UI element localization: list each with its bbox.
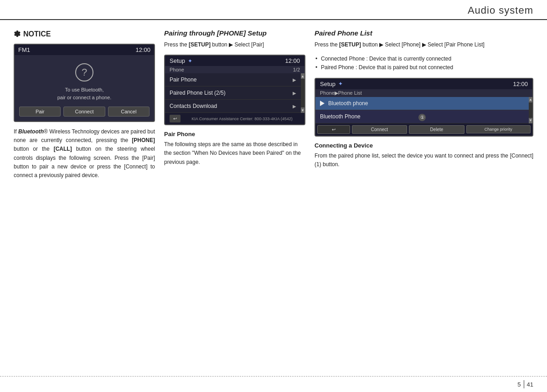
phonelist-label: Setup bbox=[320, 81, 335, 87]
arrow-icon-2: ▶ bbox=[293, 104, 296, 109]
pair-phone-text: The following steps are the same as thos… bbox=[164, 140, 305, 167]
paired-phone-list-text: Press the [SETUP] button ▶ Select [Phone… bbox=[315, 41, 533, 49]
connect-button[interactable]: Connect bbox=[63, 107, 105, 117]
scroll-down-button[interactable]: ▼ bbox=[301, 107, 304, 113]
pairing-section: Pairing through [PHONE] Setup Press the … bbox=[164, 29, 305, 180]
connecting-device-text: From the paired phone list, select the d… bbox=[315, 152, 533, 169]
setup-menu-list: Pair Phone ▶ Paired Phone List (2/5) ▶ C… bbox=[165, 73, 301, 113]
setup-footer: ↩ KIA Consumer Assistance Center: 800-33… bbox=[165, 113, 304, 124]
bluetooth-icon-2: ✦ bbox=[338, 81, 343, 87]
setup-menu-area: Pair Phone ▶ Paired Phone List (2/5) ▶ C… bbox=[165, 73, 304, 113]
notice-body-text: If Bluetooth® Wireless Technology device… bbox=[14, 127, 155, 180]
setup-phone-label: Phone bbox=[170, 67, 184, 72]
fm-screen: FM1 12:00 ? To use Bluetooth, pair or co… bbox=[14, 44, 155, 122]
fm-screen-text: To use Bluetooth, pair or connect a phon… bbox=[57, 86, 112, 101]
fm-label: FM1 bbox=[18, 46, 30, 53]
setup-page-number: 1/2 bbox=[293, 67, 300, 72]
bullet-item-paired: Paired Phone : Device that is paired but… bbox=[315, 63, 533, 72]
pairing-section-text: Press the [SETUP] button ▶ Select [Pair] bbox=[164, 41, 305, 49]
setup-menu-item-pair[interactable]: Pair Phone ▶ bbox=[165, 73, 301, 87]
notice-star: ✽ bbox=[14, 29, 21, 39]
phonelist-header: Setup ✦ 12:00 bbox=[315, 79, 532, 89]
bullet-list: Connected Phone : Device that is current… bbox=[315, 55, 533, 72]
setup-sub-header: Phone 1/2 bbox=[165, 66, 304, 73]
phonelist-item-1[interactable]: Bluetooth Phone ① bbox=[315, 110, 529, 123]
phonelist-screen: Setup ✦ 12:00 Phone▶Phone List Bluetooth… bbox=[315, 78, 533, 137]
pairing-section-title: Pairing through [PHONE] Setup bbox=[164, 29, 305, 37]
back-button[interactable]: ↩ bbox=[170, 115, 181, 122]
setup-menu-item-paired-list[interactable]: Paired Phone List (2/5) ▶ bbox=[165, 87, 301, 100]
scrollbar[interactable]: ▲ ▼ bbox=[301, 73, 304, 113]
pair-phone-title: Pair Phone bbox=[164, 131, 305, 137]
page-title: Audio system bbox=[468, 5, 533, 16]
phonelist-item-0[interactable]: Bluetooth phone bbox=[315, 97, 529, 110]
kia-footer-text: KIA Consumer Assistance Center: 800-333-… bbox=[184, 117, 300, 121]
phonelist-back-button[interactable]: ↩ bbox=[317, 125, 350, 134]
bullet-item-connected: Connected Phone : Device that is current… bbox=[315, 55, 533, 63]
connecting-device-title: Connecting a Device bbox=[315, 142, 533, 149]
cancel-button[interactable]: Cancel bbox=[108, 107, 150, 117]
page-number: 5 41 bbox=[517, 380, 533, 388]
play-icon bbox=[320, 101, 325, 106]
scroll-up-button[interactable]: ▲ bbox=[301, 73, 304, 79]
setup-time: 12:00 bbox=[285, 57, 300, 64]
fm-screen-body: ? To use Bluetooth, pair or connect a ph… bbox=[15, 55, 154, 121]
pair-button[interactable]: Pair bbox=[19, 107, 61, 117]
setup-screen-header: Setup ✦ 12:00 bbox=[165, 56, 304, 66]
page-divider bbox=[524, 380, 524, 388]
notice-label: NOTICE bbox=[23, 30, 51, 38]
phonelist-items-area: Bluetooth phone Bluetooth Phone ① ▲ ▼ bbox=[315, 97, 532, 123]
arrow-icon-0: ▶ bbox=[293, 77, 296, 82]
fm-screen-buttons[interactable]: Pair Connect Cancel bbox=[19, 107, 150, 117]
phonelist-scroll-up[interactable]: ▲ bbox=[529, 97, 532, 102]
fm-time: 12:00 bbox=[135, 46, 150, 53]
notice-section: ✽ NOTICE FM1 12:00 ? To use Bluetooth, p… bbox=[14, 29, 155, 180]
page-section: 5 bbox=[517, 381, 521, 388]
page-header: Audio system bbox=[0, 0, 547, 20]
arrow-icon-1: ▶ bbox=[293, 91, 296, 96]
fm-screen-header: FM1 12:00 bbox=[15, 45, 154, 55]
phonelist-footer[interactable]: ↩ Connect Delete Change priority bbox=[315, 123, 532, 136]
page-footer: 5 41 bbox=[0, 376, 547, 392]
phonelist-delete-button[interactable]: Delete bbox=[409, 125, 464, 134]
page-num: 41 bbox=[527, 381, 533, 388]
paired-phone-list-section: Paired Phone List Press the [SETUP] butt… bbox=[315, 29, 533, 180]
phonelist-scrollbar[interactable]: ▲ ▼ bbox=[529, 97, 532, 123]
setup-label: Setup bbox=[170, 57, 185, 64]
setup-menu-item-contacts[interactable]: Contacts Download ▶ bbox=[165, 100, 301, 113]
phonelist-change-priority-button[interactable]: Change priority bbox=[466, 125, 531, 133]
paired-phone-list-title: Paired Phone List bbox=[315, 29, 533, 37]
bluetooth-icon: ✦ bbox=[188, 58, 192, 64]
notice-header: ✽ NOTICE bbox=[14, 29, 155, 39]
main-content: ✽ NOTICE FM1 12:00 ? To use Bluetooth, p… bbox=[0, 20, 547, 189]
phonelist-breadcrumb: Phone▶Phone List bbox=[315, 89, 532, 97]
question-icon: ? bbox=[75, 63, 93, 81]
phonelist-time: 12:00 bbox=[513, 81, 528, 87]
setup-screen: Setup ✦ 12:00 Phone 1/2 Pair Phone ▶ Pai… bbox=[164, 55, 305, 125]
phonelist-connect-button[interactable]: Connect bbox=[352, 125, 407, 134]
number-badge: ① bbox=[418, 114, 426, 121]
phonelist-scroll-down[interactable]: ▼ bbox=[529, 118, 532, 123]
